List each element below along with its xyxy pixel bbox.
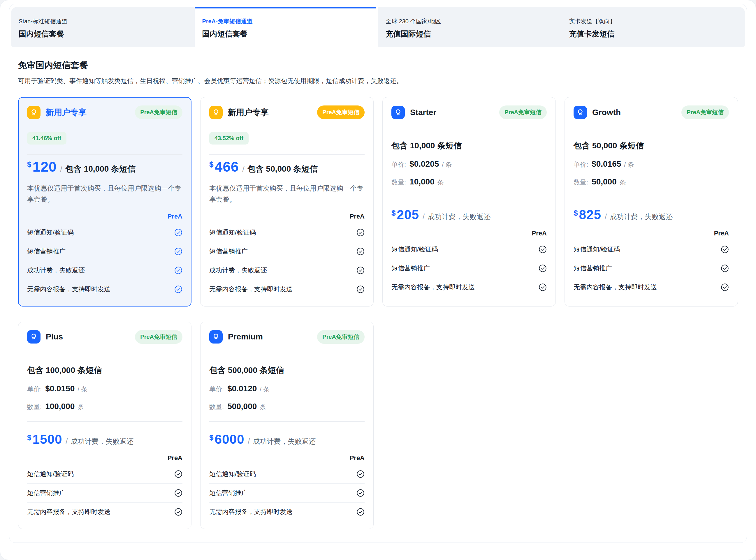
plan-card-Growth[interactable]: Growth PreA免审短信 包含 50,000 条短信 单价: $0.016…	[564, 97, 738, 306]
check-circle-icon	[356, 266, 364, 275]
card-divider	[392, 197, 547, 197]
quantity-suffix: 条	[437, 178, 444, 187]
quantity-suffix: 条	[260, 403, 266, 412]
feature-row: 短信营销推广	[392, 259, 547, 278]
feature-row: 无需内容报备，支持即时发送	[574, 278, 729, 297]
feature-label: 短信通知/验证码	[574, 245, 620, 254]
tab-title: 国内短信套餐	[19, 29, 187, 39]
price-row: $ 6000 / 成功计费，失败返还	[209, 432, 364, 447]
unit-price-label: 单价:	[574, 160, 588, 169]
feature-list: 短信通知/验证码 短信营销推广 无需内容报备，支持即时发送	[392, 240, 547, 297]
price-slash: /	[605, 212, 607, 221]
tab-3[interactable]: 全球 230 个国家/地区 充值国际短信	[378, 7, 562, 47]
tab-subtitle: 全球 230 个国家/地区	[385, 18, 554, 25]
feature-row: 无需内容报备，支持即时发送	[209, 280, 364, 299]
plan-card-header: Growth PreA免审短信	[574, 105, 729, 119]
tab-4[interactable]: 实卡发送【双向】 充值卡发短信	[562, 7, 745, 47]
prea-column-label: PreA	[209, 454, 364, 462]
unit-price-suffix: / 条	[624, 160, 634, 169]
check-circle-icon	[174, 285, 182, 294]
check-circle-icon	[174, 508, 182, 516]
plan-card-grid: 新用户专享 PreA免审短信 41.46% off $ 120 / 包含 10,…	[18, 97, 738, 529]
medal-icon	[209, 330, 223, 343]
check-circle-icon	[356, 228, 364, 237]
tab-2[interactable]: PreA-免审短信通道 国内短信套餐	[195, 7, 378, 47]
feature-label: 短信通知/验证码	[392, 245, 438, 254]
page-title: 免审国内短信套餐	[18, 59, 738, 72]
quantity-row: 数量: 100,000 条	[27, 402, 182, 412]
feature-row: 短信营销推广	[27, 483, 182, 502]
medal-icon	[574, 106, 587, 119]
check-circle-icon	[174, 489, 182, 497]
feature-row: 短信营销推广	[574, 259, 729, 278]
tab-subtitle: 实卡发送【双向】	[569, 18, 738, 25]
feature-label: 无需内容报备，支持即时发送	[392, 283, 475, 292]
feature-label: 无需内容报备，支持即时发送	[209, 285, 293, 294]
plan-card-新用户专享[interactable]: 新用户专享 PreA免审短信 43.52% off $ 466 / 包含 50,…	[200, 97, 374, 306]
plan-name: 新用户专享	[46, 107, 86, 118]
included-heading: 包含 500,000 条短信	[209, 365, 364, 376]
plan-name: Starter	[410, 108, 436, 117]
feature-label: 短信通知/验证码	[27, 228, 74, 237]
plan-name: Growth	[592, 108, 621, 117]
plan-card-Starter[interactable]: Starter PreA免审短信 包含 10,000 条短信 单价: $0.02…	[382, 97, 556, 306]
tab-title: 充值国际短信	[385, 29, 554, 39]
plan-card-新用户专享[interactable]: 新用户专享 PreA免审短信 41.46% off $ 120 / 包含 10,…	[18, 97, 192, 306]
plan-description: 本优惠仅适用于首次购买，且每位用户限选购一个专享套餐。	[27, 183, 182, 205]
plan-badge: PreA免审短信	[681, 105, 729, 119]
check-circle-icon	[356, 489, 364, 497]
check-circle-icon	[356, 247, 364, 256]
check-circle-icon	[174, 228, 182, 237]
feature-list: 短信通知/验证码 短信营销推广 无需内容报备，支持即时发送	[27, 465, 182, 521]
included-heading: 包含 10,000 条短信	[392, 140, 547, 151]
plan-badge: PreA免审短信	[317, 105, 364, 119]
feature-label: 无需内容报备，支持即时发送	[27, 285, 111, 294]
feature-label: 短信营销推广	[209, 247, 248, 256]
quantity-suffix: 条	[620, 178, 626, 187]
tab-subtitle: Stan-标准短信通道	[19, 18, 187, 25]
price-amount: 466	[215, 159, 239, 175]
price-suffix: 包含 10,000 条短信	[65, 163, 136, 175]
card-divider	[209, 421, 364, 422]
check-circle-icon	[721, 264, 729, 273]
plan-card-header: 新用户专享 PreA免审短信	[209, 105, 364, 119]
unit-price-row: 单价: $0.0205 / 条	[392, 159, 547, 169]
feature-label: 短信营销推广	[27, 488, 65, 497]
price-slash: /	[242, 165, 244, 174]
quantity-row: 数量: 500,000 条	[209, 402, 364, 412]
included-heading: 包含 100,000 条短信	[27, 365, 182, 376]
check-circle-icon	[356, 285, 364, 294]
feature-row: 成功计费，失败返还	[209, 261, 364, 280]
plan-badge: PreA免审短信	[317, 330, 364, 344]
prea-column-label: PreA	[392, 229, 547, 237]
price-row: $ 205 / 成功计费，失败返还	[392, 207, 547, 222]
price-currency: $	[27, 160, 31, 169]
feature-row: 短信通知/验证码	[27, 223, 182, 242]
feature-row: 短信通知/验证码	[209, 465, 364, 483]
discount-badge: 41.46% off	[27, 132, 66, 144]
quantity-value: 100,000	[45, 402, 75, 411]
price-suffix: 成功计费，失败返还	[610, 212, 673, 221]
medal-icon	[27, 330, 40, 343]
feature-label: 短信营销推广	[209, 488, 248, 497]
plan-card-Premium[interactable]: Premium PreA免审短信 包含 500,000 条短信 单价: $0.0…	[200, 322, 374, 529]
tab-1[interactable]: Stan-标准短信通道 国内短信套餐	[11, 7, 195, 47]
plan-card-header: 新用户专享 PreA免审短信	[27, 105, 182, 119]
feature-label: 无需内容报备，支持即时发送	[209, 507, 293, 516]
quantity-label: 数量:	[209, 403, 224, 412]
pricing-panel: Stan-标准短信通道 国内短信套餐 PreA-免审短信通道 国内短信套餐 全球…	[9, 4, 747, 543]
feature-label: 短信通知/验证码	[209, 470, 256, 478]
feature-row: 短信营销推广	[27, 242, 182, 261]
quantity-value: 10,000	[410, 177, 435, 186]
price-amount: 205	[397, 207, 419, 222]
prea-column-label: PreA	[574, 229, 729, 237]
price-amount: 120	[32, 159, 57, 175]
check-circle-icon	[356, 508, 364, 516]
plan-badge: PreA免审短信	[135, 330, 182, 344]
plan-card-Plus[interactable]: Plus PreA免审短信 包含 100,000 条短信 单价: $0.0150…	[18, 322, 192, 529]
price-suffix: 成功计费，失败返还	[71, 437, 134, 446]
plan-description: 本优惠仅适用于首次购买，且每位用户限选购一个专享套餐。	[209, 183, 364, 205]
plan-name: 新用户专享	[228, 107, 269, 118]
tab-title: 充值卡发短信	[569, 29, 738, 39]
plan-name: Plus	[46, 332, 63, 341]
